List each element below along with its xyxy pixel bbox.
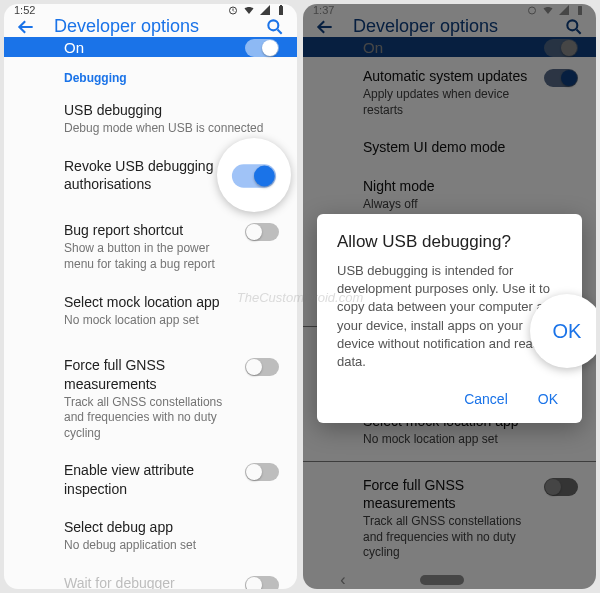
item-subtitle: Debug mode when USB is connected <box>64 121 279 137</box>
switch[interactable] <box>245 463 279 481</box>
item-title: USB debugging <box>64 101 279 119</box>
switch <box>245 576 279 589</box>
svg-point-3 <box>268 20 278 30</box>
status-bar: 1:52 <box>4 4 297 16</box>
item-title: Select debug app <box>64 518 279 536</box>
item-debug-app[interactable]: Select debug app No debug application se… <box>4 508 297 564</box>
switch[interactable] <box>245 223 279 241</box>
search-icon[interactable] <box>265 17 285 37</box>
master-toggle-row[interactable]: On <box>4 37 297 57</box>
back-icon[interactable] <box>16 17 36 37</box>
switch[interactable] <box>245 358 279 376</box>
svg-rect-1 <box>279 6 283 15</box>
section-header: Debugging <box>4 57 297 91</box>
dialog-title: Allow USB debugging? <box>337 232 562 252</box>
item-subtitle: No debug application set <box>64 538 279 554</box>
page-title: Developer options <box>54 16 247 37</box>
item-title: Enable view attribute inspection <box>64 461 237 497</box>
highlight-ok-button: OK <box>530 294 596 368</box>
highlight-usb-switch <box>217 138 291 212</box>
alarm-icon <box>227 4 239 16</box>
cancel-button[interactable]: Cancel <box>460 385 512 413</box>
app-bar: Developer options <box>4 16 297 37</box>
item-bug-report-shortcut[interactable]: Bug report shortcut Show a button in the… <box>4 211 297 282</box>
item-title: Wait for debugger <box>64 574 237 589</box>
item-wait-debugger: Wait for debugger Debugged application w… <box>4 564 297 589</box>
item-subtitle: Show a button in the power menu for taki… <box>64 241 237 272</box>
signal-icon <box>259 4 271 16</box>
item-title: Force full GNSS measurements <box>64 356 237 392</box>
svg-rect-2 <box>280 5 282 6</box>
master-switch[interactable] <box>245 39 279 57</box>
clock: 1:52 <box>14 4 35 16</box>
watermark: TheCustomDroid.com <box>237 289 363 304</box>
item-subtitle: No mock location app set <box>64 313 279 329</box>
status-icons <box>227 4 287 16</box>
wifi-icon <box>243 4 255 16</box>
on-label: On <box>64 39 84 56</box>
ok-label[interactable]: OK <box>553 320 582 343</box>
item-view-attribute[interactable]: Enable view attribute inspection <box>4 451 297 507</box>
usb-debugging-switch[interactable] <box>232 164 276 187</box>
item-title: Bug report shortcut <box>64 221 237 239</box>
item-gnss[interactable]: Force full GNSS measurements Track all G… <box>4 346 297 451</box>
item-subtitle: Track all GNSS constellations and freque… <box>64 395 237 442</box>
battery-icon <box>275 4 287 16</box>
dialog-body: USB debugging is intended for developmen… <box>337 262 562 371</box>
ok-button[interactable]: OK <box>534 385 562 413</box>
